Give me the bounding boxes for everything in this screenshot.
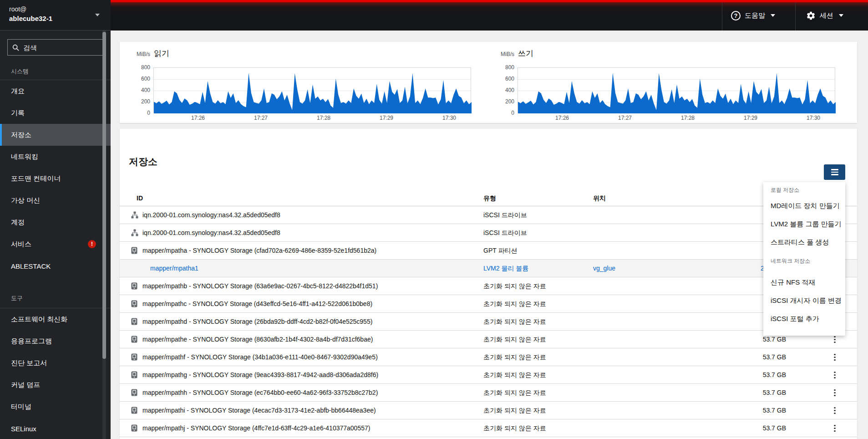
table-row[interactable]: mapper/mpatha - SYNOLOGY Storage (cfad70… xyxy=(120,242,857,260)
storage-actions-button[interactable] xyxy=(824,164,845,180)
menu-item-신규 NFS 적재[interactable]: 신규 NFS 적재 xyxy=(763,273,845,291)
nav-section-1-header: 도구 xyxy=(0,294,111,302)
row-kebab-button[interactable] xyxy=(828,350,842,364)
y-axis-tick: 400 xyxy=(130,87,150,94)
table-row[interactable]: mapper/mpathc - SYNOLOGY Storage (d43eff… xyxy=(120,295,857,313)
x-axis-tick: 17:26 xyxy=(191,115,205,121)
sidebar-item-label: 커널 덤프 xyxy=(11,381,40,389)
disk-icon xyxy=(131,336,137,343)
cell-location-link[interactable]: vg_glue xyxy=(593,265,615,272)
table-row[interactable]: mapper/mpathh - SYNOLOGY Storage (ec764b… xyxy=(120,384,857,402)
network-icon xyxy=(131,229,138,236)
table-row[interactable]: mapper/mpathg - SYNOLOGY Storage (9eac43… xyxy=(120,366,857,384)
sidebar-item-서비스[interactable]: 서비스! xyxy=(0,233,111,255)
host-switcher[interactable]: root@ ablecube32-1 xyxy=(0,0,111,31)
sidebar-item-커널 덤프[interactable]: 커널 덤프 xyxy=(0,374,111,396)
sidebar-item-SELinux[interactable]: SELinux xyxy=(0,418,111,439)
search-input[interactable] xyxy=(23,44,91,51)
masthead-separator xyxy=(722,3,722,31)
cell-id: mapper/mpathe - SYNOLOGY Storage (8630af… xyxy=(142,331,373,348)
sidebar-item-label: 서비스 xyxy=(11,240,31,249)
cell-id-link[interactable]: mapper/mpatha1 xyxy=(150,265,198,272)
sidebar-item-label: SELinux xyxy=(11,425,36,433)
table-row[interactable]: mapper/mpathf - SYNOLOGY Storage (34b1a0… xyxy=(120,348,857,366)
table-row[interactable]: mapper/mpathi - SYNOLOGY Storage (4ecac7… xyxy=(120,402,857,419)
row-kebab-button[interactable] xyxy=(828,386,842,400)
cell-type[interactable]: LVM2 물리 볼륨 xyxy=(483,260,528,277)
disk-icon xyxy=(131,282,137,290)
sidebar-item-터미널[interactable]: 터미널 xyxy=(0,396,111,418)
column-id: ID xyxy=(137,194,143,202)
cell-size: 53.7 GB xyxy=(707,402,786,419)
table-row[interactable]: mapper/mpatha1LVM2 물리 볼륨vg_glue2. xyxy=(120,260,857,277)
chevron-down-icon xyxy=(95,14,100,16)
write-chart-unit: MiB/s xyxy=(501,51,514,57)
table-row[interactable]: mapper/mpathe - SYNOLOGY Storage (8630af… xyxy=(120,331,857,348)
row-kebab-button[interactable] xyxy=(828,368,842,382)
menu-section-label: 네트워크 저장소 xyxy=(763,257,845,265)
y-axis-tick: 0 xyxy=(494,109,514,117)
cell-id[interactable]: mapper/mpatha1 xyxy=(150,260,198,277)
sidebar-item-진단 보고서[interactable]: 진단 보고서 xyxy=(0,352,111,374)
host-user-label: root@ xyxy=(9,5,102,14)
table-row[interactable]: iqn.2000-01.com.synology:nas4.32.a5ded05… xyxy=(120,224,857,242)
sidebar-item-네트워킹[interactable]: 네트워킹 xyxy=(0,146,111,168)
sidebar-item-label: 응용프로그램 xyxy=(11,337,52,346)
table-row[interactable]: mapper/mpathj - SYNOLOGY Storage (4ffc7e… xyxy=(120,419,857,437)
y-axis-tick: 600 xyxy=(494,75,514,82)
x-axis-tick: 17:26 xyxy=(555,115,569,121)
help-menu-button[interactable]: ? 도움말 xyxy=(731,2,775,29)
cell-type: iSCSI 드라이브 xyxy=(483,224,527,241)
table-body: iqn.2000-01.com.synology:nas4.32.a5ded05… xyxy=(120,206,857,437)
sidebar-item-ABLESTACK[interactable]: ABLESTACK xyxy=(0,255,111,277)
table-row[interactable]: iqn.2000-01.com.synology:nas4.32.a5ded05… xyxy=(120,206,857,224)
cell-id: mapper/mpatha - SYNOLOGY Storage (cfad70… xyxy=(142,242,376,259)
menu-item-MD레이드 장치 만들기[interactable]: MD레이드 장치 만들기 xyxy=(763,197,845,215)
disk-icon xyxy=(131,424,137,432)
disk-icon xyxy=(131,371,137,378)
row-kebab-button[interactable] xyxy=(828,421,842,435)
sidebar-scrollbar[interactable] xyxy=(102,31,106,439)
cell-size: 53.7 GB xyxy=(707,419,786,437)
sidebar-item-소프트웨어 최신화[interactable]: 소프트웨어 최신화 xyxy=(0,308,111,330)
menu-item-LVM2 볼륨 그룹 만들기[interactable]: LVM2 볼륨 그룹 만들기 xyxy=(763,215,845,233)
session-menu-button[interactable]: 세션 xyxy=(806,2,843,29)
sidebar-item-가상 머신[interactable]: 가상 머신 xyxy=(0,189,111,211)
sidebar-item-label: 터미널 xyxy=(11,403,31,411)
table-row[interactable]: mapper/mpathb - SYNOLOGY Storage (63a6e9… xyxy=(120,277,857,295)
menu-item-스트라티스 풀 생성[interactable]: 스트라티스 풀 생성 xyxy=(763,233,845,251)
x-axis-tick: 17:28 xyxy=(681,115,695,121)
row-kebab-button[interactable] xyxy=(828,403,842,418)
storage-title: 저장소 xyxy=(129,155,157,168)
sidebar-item-기록[interactable]: 기록 xyxy=(0,102,111,124)
cell-type-link[interactable]: LVM2 물리 볼륨 xyxy=(483,265,528,272)
table-row[interactable]: mapper/mpathd - SYNOLOGY Storage (26bda9… xyxy=(120,313,857,331)
cell-location[interactable]: vg_glue xyxy=(593,260,615,277)
sidebar-item-개요[interactable]: 개요 xyxy=(0,80,111,102)
y-axis-tick: 800 xyxy=(494,64,514,71)
disk-icon xyxy=(131,247,137,254)
x-axis-tick: 17:27 xyxy=(254,115,268,121)
menu-item-iSCSI 포털 추가[interactable]: iSCSI 포털 추가 xyxy=(763,310,845,328)
nav-section-0-header: 시스템 xyxy=(0,67,111,76)
sidebar-scrollbar-thumb[interactable] xyxy=(102,32,106,359)
sidebar-item-응용프로그램[interactable]: 응용프로그램 xyxy=(0,330,111,352)
sidebar-item-계정[interactable]: 계정 xyxy=(0,211,111,233)
chart-plot-area xyxy=(518,67,835,113)
page: ? 도움말 세션 root@ ablecube32-1 시스템개요기록저장소네트… xyxy=(0,0,868,439)
sidebar-item-포드맨 컨테이너[interactable]: 포드맨 컨테이너 xyxy=(0,168,111,189)
y-axis-tick: 800 xyxy=(130,64,150,71)
cell-type: 초기화 되지 않은 자료 xyxy=(483,366,546,383)
menu-item-iSCSI 개시자 이름 변경[interactable]: iSCSI 개시자 이름 변경 xyxy=(763,291,845,310)
sidebar-item-label: 소프트웨어 최신화 xyxy=(11,315,67,324)
cell-type: iSCSI 드라이브 xyxy=(483,206,527,224)
cell-id: mapper/mpathi - SYNOLOGY Storage (4ecac7… xyxy=(142,402,376,419)
sidebar-item-label: 포드맨 컨테이너 xyxy=(11,174,61,183)
sidebar-item-저장소[interactable]: 저장소 xyxy=(0,124,111,146)
sidebar-item-label: 저장소 xyxy=(11,131,31,139)
sidebar-item-label: 기록 xyxy=(11,109,25,117)
session-menu-label: 세션 xyxy=(820,11,833,20)
disk-icon xyxy=(131,353,137,361)
cell-type: 초기화 되지 않은 자료 xyxy=(483,419,546,437)
alert-badge: ! xyxy=(88,240,96,248)
